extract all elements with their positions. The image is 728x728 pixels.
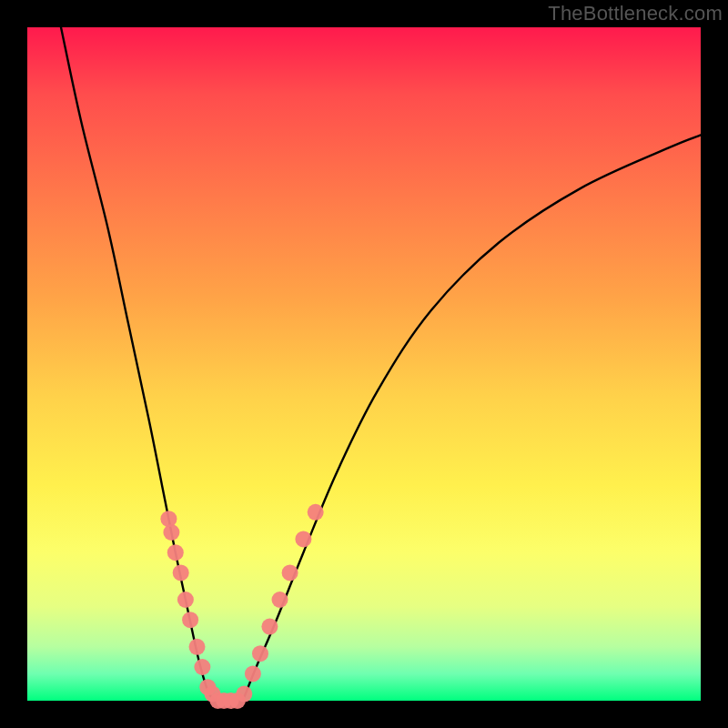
highlight-dot — [272, 592, 288, 608]
highlight-dot — [261, 619, 278, 635]
highlight-dot — [173, 564, 189, 581]
highlight-dot — [163, 524, 179, 541]
highlight-dot — [245, 665, 261, 682]
plot-area — [27, 27, 701, 701]
highlight-dot — [167, 544, 184, 561]
watermark-text: TheBottleneck.com — [548, 2, 723, 25]
highlight-dot — [236, 686, 252, 703]
highlight-dot — [160, 511, 177, 527]
highlight-dot — [194, 659, 210, 675]
curve-layer — [27, 27, 701, 701]
highlight-dot — [308, 504, 324, 521]
highlight-dot — [189, 639, 206, 655]
curve-group — [61, 27, 701, 701]
highlight-dot — [282, 564, 298, 581]
dot-group — [160, 504, 323, 709]
highlight-dot — [295, 531, 311, 547]
highlight-dot — [177, 592, 194, 608]
highlight-dot — [182, 612, 198, 628]
series-right-branch — [243, 135, 701, 701]
highlight-dot — [252, 645, 268, 662]
chart-frame: TheBottleneck.com — [0, 0, 728, 728]
